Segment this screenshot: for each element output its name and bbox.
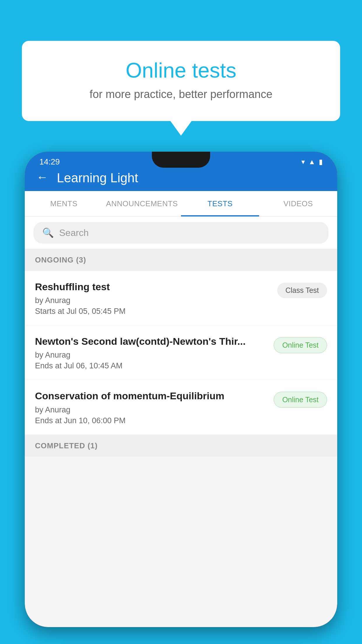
test-list: Reshuffling test by Anurag Starts at Jul… [25, 271, 337, 435]
search-box[interactable]: 🔍 Search [34, 222, 328, 244]
back-button[interactable]: ← [36, 171, 48, 184]
test-info-conservation: Conservation of momentum-Equilibrium by … [35, 389, 274, 425]
tab-ments[interactable]: MENTS [25, 191, 103, 216]
search-input[interactable]: Search [59, 228, 89, 238]
battery-icon: ▮ [319, 158, 323, 166]
wifi-icon: ▾ [301, 158, 305, 166]
tabs-bar: MENTS ANNOUNCEMENTS TESTS VIDEOS [25, 191, 337, 217]
phone-notch [152, 152, 210, 168]
app-title: Learning Light [57, 171, 138, 185]
test-badge-conservation: Online Test [274, 392, 327, 408]
test-badge-reshuffling: Class Test [277, 283, 327, 298]
tab-tests[interactable]: TESTS [181, 191, 259, 216]
test-time-newton: Ends at Jul 06, 10:45 AM [35, 361, 268, 370]
search-container: 🔍 Search [25, 217, 337, 249]
test-info-reshuffling: Reshuffling test by Anurag Starts at Jul… [35, 280, 277, 316]
test-item-newton[interactable]: Newton's Second law(contd)-Newton's Thir… [25, 326, 337, 380]
test-author-reshuffling: by Anurag [35, 296, 271, 305]
phone-frame: 14:29 ▾ ▲ ▮ ← Learning Light MENTS ANNOU… [25, 152, 337, 627]
test-time-conservation: Ends at Jun 10, 06:00 PM [35, 416, 268, 425]
test-author-newton: by Anurag [35, 351, 268, 360]
completed-section-header: COMPLETED (1) [25, 435, 337, 457]
test-time-reshuffling: Starts at Jul 05, 05:45 PM [35, 307, 271, 316]
tab-videos[interactable]: VIDEOS [259, 191, 337, 216]
test-item-conservation[interactable]: Conservation of momentum-Equilibrium by … [25, 380, 337, 435]
signal-icon: ▲ [308, 158, 315, 166]
online-tests-title: Online tests [45, 58, 317, 82]
test-title-newton: Newton's Second law(contd)-Newton's Thir… [35, 335, 268, 348]
speech-bubble: Online tests for more practice, better p… [22, 41, 340, 121]
test-author-conservation: by Anurag [35, 405, 268, 414]
ongoing-section-header: ONGOING (3) [25, 249, 337, 271]
test-badge-newton: Online Test [274, 337, 327, 353]
test-title-conservation: Conservation of momentum-Equilibrium [35, 389, 268, 402]
app-screen: 14:29 ▾ ▲ ▮ ← Learning Light MENTS ANNOU… [25, 152, 337, 627]
test-title-reshuffling: Reshuffling test [35, 280, 271, 293]
phone-wrapper: 14:29 ▾ ▲ ▮ ← Learning Light MENTS ANNOU… [25, 152, 337, 644]
tab-announcements[interactable]: ANNOUNCEMENTS [103, 191, 181, 216]
status-time: 14:29 [39, 157, 60, 167]
search-icon: 🔍 [42, 227, 54, 238]
online-tests-subtitle: for more practice, better performance [45, 88, 317, 101]
status-icons: ▾ ▲ ▮ [301, 158, 323, 166]
test-item-reshuffling[interactable]: Reshuffling test by Anurag Starts at Jul… [25, 271, 337, 326]
test-info-newton: Newton's Second law(contd)-Newton's Thir… [35, 335, 274, 370]
